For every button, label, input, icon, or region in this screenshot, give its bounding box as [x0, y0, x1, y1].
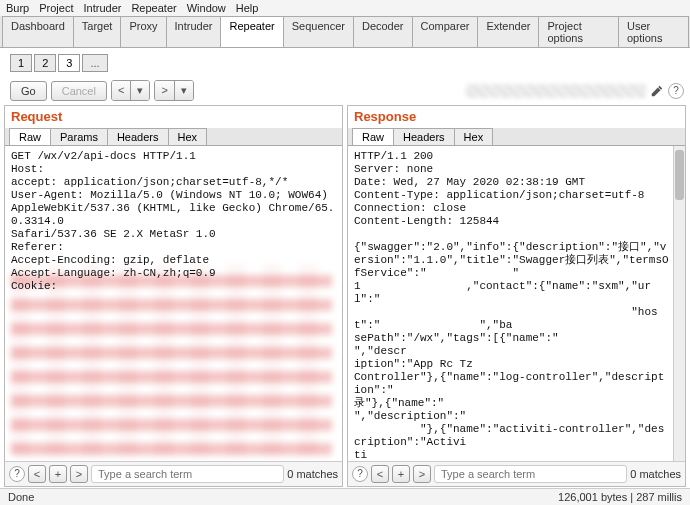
status-left: Done [8, 491, 34, 503]
request-editor[interactable]: GET /wx/v2/api-docs HTTP/1.1 Host: accep… [5, 146, 342, 461]
request-match-count: 0 matches [287, 468, 338, 480]
history-back-button[interactable]: < [112, 81, 130, 100]
response-help-icon[interactable]: ? [352, 466, 368, 482]
menu-window[interactable]: Window [187, 2, 226, 14]
menu-project[interactable]: Project [39, 2, 73, 14]
menu-burp[interactable]: Burp [6, 2, 29, 14]
response-search-next[interactable]: > [413, 465, 431, 483]
request-help-icon[interactable]: ? [9, 466, 25, 482]
response-pane: Response Raw Headers Hex HTTP/1.1 200 Se… [347, 105, 686, 487]
tab-comparer[interactable]: Comparer [412, 16, 479, 47]
request-search-bar: ? < + > 0 matches [5, 461, 342, 486]
target-edit-icon[interactable] [650, 84, 664, 98]
repeater-tab-2[interactable]: 2 [34, 54, 56, 72]
repeater-session-tabs: 1 2 3 ... [10, 54, 690, 72]
request-search-prev[interactable]: < [28, 465, 46, 483]
tab-sequencer[interactable]: Sequencer [283, 16, 354, 47]
menubar: Burp Project Intruder Repeater Window He… [0, 0, 690, 16]
response-editor[interactable]: HTTP/1.1 200 Server: none Date: Wed, 27 … [348, 146, 685, 461]
request-response-split: Request Raw Params Headers Hex GET /wx/v… [4, 105, 686, 487]
help-icon[interactable]: ? [668, 83, 684, 99]
response-search-prev[interactable]: < [371, 465, 389, 483]
tab-target[interactable]: Target [73, 16, 122, 47]
request-search-input[interactable] [91, 465, 284, 483]
repeater-toolbar: Go Cancel < ▾ > ▾ ? [10, 80, 684, 101]
repeater-tab-1[interactable]: 1 [10, 54, 32, 72]
cancel-button[interactable]: Cancel [51, 81, 107, 101]
repeater-tab-3[interactable]: 3 [58, 54, 80, 72]
request-pane: Request Raw Params Headers Hex GET /wx/v… [4, 105, 343, 487]
request-tab-hex[interactable]: Hex [168, 128, 208, 145]
tab-repeater[interactable]: Repeater [220, 16, 283, 47]
response-match-count: 0 matches [630, 468, 681, 480]
tab-decoder[interactable]: Decoder [353, 16, 413, 47]
response-search-input[interactable] [434, 465, 627, 483]
request-subtabs: Raw Params Headers Hex [5, 128, 342, 146]
request-tab-raw[interactable]: Raw [9, 128, 51, 145]
tab-extender[interactable]: Extender [477, 16, 539, 47]
tab-dashboard[interactable]: Dashboard [2, 16, 74, 47]
response-tab-headers[interactable]: Headers [393, 128, 455, 145]
history-back-dropdown[interactable]: ▾ [130, 81, 149, 100]
request-options-icon[interactable]: + [49, 465, 67, 483]
response-scrollbar[interactable] [673, 146, 685, 461]
tab-user-options[interactable]: User options [618, 16, 689, 47]
request-tab-headers[interactable]: Headers [107, 128, 169, 145]
go-button[interactable]: Go [10, 81, 47, 101]
request-title: Request [5, 106, 342, 128]
response-options-icon[interactable]: + [392, 465, 410, 483]
target-display[interactable] [466, 84, 646, 98]
history-forward-dropdown[interactable]: ▾ [174, 81, 193, 100]
status-bar: Done 126,001 bytes | 287 millis [0, 488, 690, 505]
response-search-bar: ? < + > 0 matches [348, 461, 685, 486]
menu-intruder[interactable]: Intruder [84, 2, 122, 14]
history-forward-group: > ▾ [154, 80, 193, 101]
menu-help[interactable]: Help [236, 2, 259, 14]
history-forward-button[interactable]: > [155, 81, 173, 100]
main-tabs: Dashboard Target Proxy Intruder Repeater… [0, 16, 690, 48]
tab-proxy[interactable]: Proxy [120, 16, 166, 47]
status-right: 126,001 bytes | 287 millis [558, 491, 682, 503]
response-tab-raw[interactable]: Raw [352, 128, 394, 145]
response-tab-hex[interactable]: Hex [454, 128, 494, 145]
repeater-tab-more[interactable]: ... [82, 54, 107, 72]
request-tab-params[interactable]: Params [50, 128, 108, 145]
tab-intruder[interactable]: Intruder [166, 16, 222, 47]
response-subtabs: Raw Headers Hex [348, 128, 685, 146]
tab-project-options[interactable]: Project options [538, 16, 619, 47]
history-back-group: < ▾ [111, 80, 150, 101]
menu-repeater[interactable]: Repeater [131, 2, 176, 14]
response-title: Response [348, 106, 685, 128]
request-search-next[interactable]: > [70, 465, 88, 483]
